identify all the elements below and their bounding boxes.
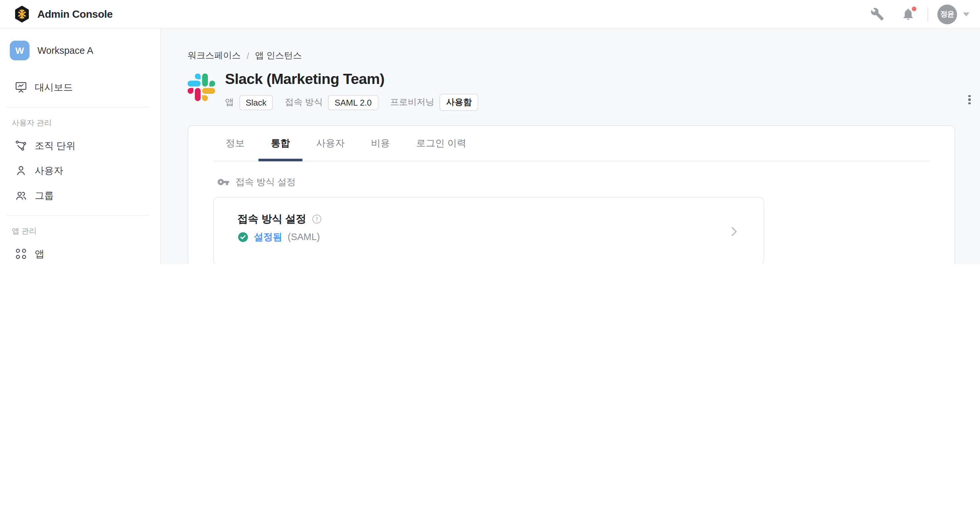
brand[interactable]: Admin Console: [13, 5, 113, 23]
sidebar-section-user-mgmt: 사용자 관리: [0, 115, 160, 133]
slack-logo-icon: [188, 73, 215, 101]
breadcrumb: 워크스페이스 / 앱 인스턴스: [188, 50, 955, 62]
sidebar-item-label: 대시보드: [35, 81, 73, 94]
meta-badge-provisioning: 사용함: [439, 94, 478, 111]
page-meta: 앱 Slack 접속 방식 SAML 2.0 프로비저닝 사용함: [225, 94, 490, 111]
tab-login-history[interactable]: 로그인 이력: [404, 126, 479, 161]
tab-info[interactable]: 정보: [213, 126, 257, 161]
topbar-divider: [928, 7, 928, 21]
tab-costs[interactable]: 비용: [358, 126, 402, 161]
brand-logo-icon: [13, 5, 31, 23]
admin-console-app: Admin Console 정윤 W Workspace A: [0, 0, 980, 264]
chevron-down-icon[interactable]: [963, 12, 969, 16]
app-title: Admin Console: [37, 8, 113, 20]
sidebar-item-label: 조직 단위: [35, 139, 75, 152]
page-menu-button[interactable]: [962, 92, 977, 108]
body-layout: W Workspace A 대시보드 사용자 관리: [0, 29, 980, 264]
breadcrumb-workspaces[interactable]: 워크스페이스: [188, 50, 241, 62]
breadcrumb-separator: /: [247, 51, 249, 60]
meta-badge-app: Slack: [239, 95, 273, 110]
svg-text:?: ?: [315, 216, 318, 223]
avatar[interactable]: 정윤: [937, 4, 957, 24]
workspace-switcher[interactable]: W Workspace A: [0, 29, 160, 67]
apps-icon: [14, 247, 27, 261]
sidebar-item-users[interactable]: 사용자: [0, 158, 160, 183]
page-title: Slack (Marketing Team): [225, 71, 490, 88]
settings-wrench-icon[interactable]: [870, 7, 884, 21]
user-icon: [14, 164, 27, 177]
sidebar-item-org-unit[interactable]: 조직 단위: [0, 133, 160, 158]
notification-dot: [911, 6, 917, 12]
main-content: 워크스페이스 / 앱 인스턴스 Slack (Marketing Team): [161, 29, 980, 264]
key-icon: [217, 176, 229, 188]
tab-integration[interactable]: 통합: [258, 126, 302, 161]
sidebar-section-app-mgmt: 앱 관리: [0, 223, 160, 242]
topbar-right: 정윤: [870, 4, 969, 24]
dashboard-icon: [14, 81, 27, 94]
tab-users[interactable]: 사용자: [304, 126, 357, 161]
meta-badge-access-method: SAML 2.0: [328, 95, 378, 110]
help-circle-icon[interactable]: ?: [312, 214, 322, 224]
sidebar-nav: 대시보드 사용자 관리 조직 단위 사용자: [0, 67, 160, 264]
meta-label-app: 앱: [225, 96, 234, 108]
access-method-status-link[interactable]: 설정됨: [254, 231, 282, 243]
meta-label-provisioning: 프로비저닝: [390, 96, 434, 108]
meta-label-access-method: 접속 방식: [285, 96, 323, 108]
sidebar: W Workspace A 대시보드 사용자 관리: [0, 29, 161, 264]
sidebar-item-dashboard[interactable]: 대시보드: [0, 75, 160, 100]
sidebar-item-apps[interactable]: 앱: [0, 242, 160, 264]
avatar-initials: 정윤: [940, 9, 954, 19]
chevron-right-icon: [727, 224, 741, 239]
check-circle-icon: [237, 232, 248, 243]
sidebar-divider: [6, 107, 150, 108]
sidebar-item-label: 사용자: [35, 164, 63, 177]
sidebar-item-groups[interactable]: 그룹: [0, 183, 160, 208]
org-unit-icon: [14, 139, 27, 152]
sidebar-item-label: 앱: [35, 248, 44, 260]
access-method-card[interactable]: 접속 방식 설정 ? 설정됨 (SAML): [213, 197, 764, 264]
page-header: Slack (Marketing Team) 앱 Slack 접속 방식 SAM…: [188, 71, 955, 111]
sidebar-item-label: 그룹: [35, 189, 54, 202]
workspace-name: Workspace A: [37, 45, 93, 56]
detail-panel: 정보 통합 사용자 비용 로그인 이력 접속 방식 설정 접속 방식 설정: [188, 125, 955, 264]
notifications-button[interactable]: [901, 7, 915, 21]
topbar: Admin Console 정윤: [0, 0, 980, 29]
access-method-status-detail: (SAML): [288, 231, 320, 243]
workspace-avatar: W: [10, 41, 30, 60]
breadcrumb-app-instances[interactable]: 앱 인스턴스: [255, 50, 302, 62]
tabs: 정보 통합 사용자 비용 로그인 이력: [213, 126, 929, 161]
access-method-card-title: 접속 방식 설정: [237, 213, 306, 226]
group-icon: [14, 189, 27, 202]
access-method-section-heading: 접속 방식 설정: [217, 176, 955, 188]
sidebar-divider: [6, 215, 150, 216]
